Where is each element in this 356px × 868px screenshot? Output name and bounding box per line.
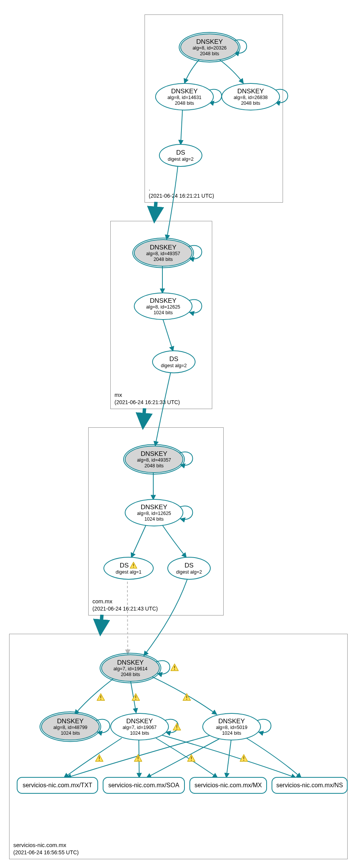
zone-mx-label: mx (2021-06-24 16:21:33 UTC)	[114, 391, 180, 406]
mx-zsk: DNSKEY alg=8, id=12625 1024 bits	[134, 293, 192, 320]
zone-name: .	[149, 184, 214, 192]
node-title: DNSKEY	[150, 244, 176, 251]
node-line3: 1024 bits	[61, 731, 80, 736]
leaf-k2: DNSKEY alg=7, id=19067 1024 bits	[110, 713, 169, 740]
commx-zsk: DNSKEY alg=8, id=12625 1024 bits	[125, 499, 183, 526]
warning-icon	[97, 693, 105, 701]
zone-time: (2021-06-24 16:21:43 UTC)	[92, 605, 158, 613]
node-title: DS	[169, 355, 178, 363]
mx-ksk: DNSKEY alg=8, id=49357 2048 bits	[134, 239, 192, 267]
zone-name: servicios-nic.com.mx	[13, 841, 79, 849]
node-line3: 2048 bits	[145, 463, 164, 468]
svg-line-3	[143, 408, 145, 427]
warning-icon	[240, 754, 248, 762]
zone-time: (2021-06-24 16:56:55 UTC)	[13, 849, 79, 857]
record-soa: servicios-nic.com.mx/SOA	[103, 777, 185, 794]
leaf-ksk: DNSKEY alg=7, id=19614 2048 bits	[101, 654, 160, 682]
node-line2: alg=8, id=12625	[137, 511, 171, 516]
leaf-k1: DNSKEY alg=8, id=48799 1024 bits	[41, 713, 100, 740]
record-label: servicios-nic.com.mx/MX	[195, 782, 262, 789]
node-title: DNSKEY	[141, 450, 167, 458]
node-line3: 1024 bits	[222, 731, 242, 736]
record-ns: servicios-nic.com.mx/NS	[272, 777, 348, 794]
node-line2: alg=8, id=49357	[137, 457, 171, 463]
root-ksk: DNSKEY alg=8, id=20326 2048 bits	[180, 34, 239, 61]
warning-icon	[130, 562, 137, 569]
record-txt: servicios-nic.com.mx/TXT	[17, 777, 98, 794]
node-title: DNSKEY	[117, 659, 144, 667]
svg-line-4	[100, 615, 102, 633]
zone-name: com.mx	[92, 597, 158, 605]
zone-time: (2021-06-24 16:21:33 UTC)	[114, 399, 180, 406]
node-line2: alg=8, id=49357	[146, 251, 180, 256]
node-title: DS	[184, 562, 194, 569]
commx-ds1: DS digest alg=1	[103, 557, 154, 580]
node-title: DNSKEY	[150, 297, 176, 305]
commx-ds2: DS digest alg=2	[167, 557, 211, 580]
zone-time: (2021-06-24 16:21:21 UTC)	[149, 192, 214, 200]
zone-commx-label: com.mx (2021-06-24 16:21:43 UTC)	[92, 597, 158, 613]
node-line3: 2048 bits	[154, 257, 173, 262]
node-line2: alg=7, id=19614	[113, 666, 148, 671]
leaf-k3: DNSKEY alg=8, id=5019 1024 bits	[202, 713, 261, 740]
mx-ds: DS digest alg=2	[152, 350, 195, 373]
zone-leaf-label: servicios-nic.com.mx (2021-06-24 16:56:5…	[13, 841, 79, 857]
node-line3: 1024 bits	[154, 310, 173, 315]
node-title: DNSKEY	[237, 88, 264, 95]
warning-icon	[132, 693, 140, 701]
warning-icon	[95, 754, 103, 762]
node-line2: alg=7, id=19067	[122, 725, 157, 730]
svg-line-2	[154, 202, 156, 220]
node-line3: 1024 bits	[145, 516, 164, 522]
node-line3: 2048 bits	[200, 51, 219, 56]
node-title: DNSKEY	[57, 718, 84, 725]
zone-name: mx	[114, 391, 180, 399]
node-line3: 2048 bits	[175, 101, 194, 106]
node-title: DNSKEY	[141, 504, 167, 511]
node-line2: alg=8, id=48799	[53, 725, 87, 730]
record-label: servicios-nic.com.mx/TXT	[22, 782, 92, 789]
node-line3: 2048 bits	[241, 101, 261, 106]
warning-icon	[170, 663, 179, 671]
node-line2: alg=8, id=26838	[234, 95, 268, 100]
commx-ksk: DNSKEY alg=8, id=49357 2048 bits	[125, 446, 183, 473]
warning-icon	[183, 693, 191, 701]
root-zsk1: DNSKEY alg=8, id=14631 2048 bits	[155, 83, 214, 110]
root-zsk2: DNSKEY alg=8, id=26838 2048 bits	[221, 83, 280, 110]
node-line2: alg=8, id=20326	[192, 45, 227, 51]
zone-root-label: . (2021-06-24 16:21:21 UTC)	[149, 184, 214, 200]
node-title: DNSKEY	[126, 718, 153, 725]
node-title: DS	[176, 149, 185, 157]
node-title: DNSKEY	[171, 88, 198, 95]
node-line2: alg=8, id=14631	[167, 95, 202, 100]
node-line2: digest alg=2	[168, 157, 194, 162]
root-ds: DS digest alg=2	[159, 144, 202, 167]
record-label: servicios-nic.com.mx/SOA	[108, 782, 180, 789]
warning-icon	[134, 754, 142, 762]
node-title: DNSKEY	[218, 718, 245, 725]
node-line2: alg=8, id=5019	[216, 725, 248, 730]
node-line2: digest alg=2	[176, 569, 202, 575]
node-title: DNSKEY	[196, 38, 223, 46]
record-mx: servicios-nic.com.mx/MX	[189, 777, 267, 794]
node-line2: alg=8, id=12625	[146, 304, 180, 310]
warning-icon	[173, 723, 181, 731]
record-label: servicios-nic.com.mx/NS	[276, 782, 343, 789]
node-line2: digest alg=1	[116, 569, 141, 575]
node-line3: 1024 bits	[130, 731, 149, 736]
node-line3: 2048 bits	[121, 672, 140, 677]
warning-icon	[187, 754, 195, 762]
node-line2: digest alg=2	[161, 363, 187, 368]
node-title: DS	[120, 562, 138, 569]
